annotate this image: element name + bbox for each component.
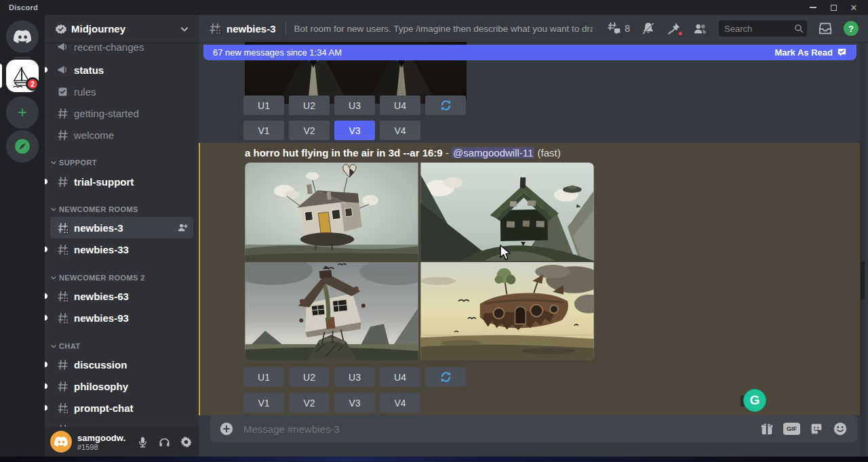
emoji-icon (833, 421, 848, 436)
section-chat[interactable]: CHAT (50, 338, 193, 354)
user-mention[interactable]: @samgoodwill-11 (452, 147, 534, 159)
section-newcomer-rooms-2[interactable]: NEWCOMER ROOMS 2 (50, 270, 193, 286)
notification-settings-button[interactable] (641, 21, 656, 36)
v2-button[interactable]: V2 (289, 393, 330, 413)
user-names[interactable]: samgoodw... #1598 (77, 433, 126, 451)
megaphone-icon (56, 63, 69, 77)
threads-button[interactable]: 8 (606, 21, 630, 36)
deafen-button[interactable] (157, 434, 172, 449)
inbox-icon (818, 21, 833, 36)
compass-icon (14, 138, 31, 155)
bell-slash-icon (641, 21, 656, 36)
generation-mode: (fast) (538, 147, 561, 159)
u2-button[interactable]: U2 (289, 367, 330, 387)
u3-button[interactable]: U3 (334, 96, 375, 115)
explore-servers-button[interactable] (6, 130, 39, 163)
chat-scrollbar[interactable] (860, 42, 865, 457)
help-button[interactable]: ? (844, 21, 859, 36)
v3-button[interactable]: V3 (334, 393, 375, 413)
reroll-button[interactable] (425, 367, 466, 387)
variation-button-row: V1 V2 V3 V4 (243, 393, 420, 413)
channel-newbies-93[interactable]: newbies-93 (50, 307, 193, 329)
grid-image-3[interactable] (245, 262, 418, 360)
prompt-text: a horro hut flying in the air in 3d --ar… (245, 147, 443, 159)
channel-topic[interactable]: Bot room for new users. Type /imagine th… (294, 24, 593, 34)
channel-newbies-3[interactable]: newbies-3 (50, 217, 193, 238)
chevron-down-icon (180, 24, 189, 34)
grammarly-widget[interactable]: G (743, 389, 768, 413)
u4-button[interactable]: U4 (380, 96, 420, 115)
attach-file-button[interactable] (219, 421, 234, 436)
v4-button[interactable]: V4 (380, 393, 420, 413)
grid-image-2[interactable] (420, 163, 594, 261)
section-newcomer-rooms[interactable]: NEWCOMER ROOMS (50, 201, 193, 217)
plus-icon: + (18, 103, 27, 122)
variation-button-row: V1 V2 V3 V4 (243, 121, 420, 140)
channel-sidebar: Midjourney recent-changes status rules g… (45, 15, 199, 457)
create-invite-icon[interactable] (177, 222, 188, 233)
message-input[interactable] (243, 423, 760, 435)
channel-prompt-chat[interactable]: prompt-chat (50, 397, 193, 419)
new-messages-bar[interactable]: 67 new messages since 1:34 AM Mark As Re… (203, 45, 856, 60)
hash-dots-icon (56, 243, 69, 256)
sticker-picker-button[interactable] (809, 421, 824, 436)
minimize-button[interactable] (803, 0, 823, 15)
channel-status[interactable]: status (50, 59, 193, 81)
u3-button[interactable]: U3 (334, 367, 375, 387)
scrollbar-thumb[interactable] (861, 261, 865, 299)
server-header[interactable]: Midjourney (45, 15, 199, 43)
v1-button[interactable]: V1 (243, 393, 284, 413)
u1-button[interactable]: U1 (243, 367, 284, 387)
gift-button[interactable] (760, 421, 774, 436)
user-avatar[interactable] (50, 431, 72, 453)
channel-clipped[interactable] (50, 419, 193, 427)
channel-recent-changes[interactable]: recent-changes (50, 43, 193, 58)
channel-discussion[interactable]: discussion (50, 354, 193, 375)
mute-microphone-button[interactable] (135, 434, 150, 449)
discord-window: Discord ✕ 2 + Midjourney (0, 0, 868, 462)
server-unread-badge: 2 (26, 77, 39, 91)
question-mark-icon: ? (848, 24, 854, 34)
discord-home-button[interactable] (6, 20, 39, 53)
u1-button[interactable]: U1 (243, 96, 284, 115)
add-server-button[interactable]: + (6, 96, 39, 129)
reroll-button[interactable] (425, 96, 466, 115)
channel-rules[interactable]: rules (50, 81, 193, 102)
u2-button[interactable]: U2 (289, 96, 330, 115)
mark-as-read-button[interactable]: Mark As Read (775, 47, 848, 58)
channel-trial-support[interactable]: trial-support (50, 171, 193, 192)
maximize-button[interactable] (823, 0, 844, 15)
plus-circle-icon (219, 421, 234, 436)
inbox-button[interactable] (818, 21, 833, 36)
v3-button[interactable]: V3 (334, 121, 375, 140)
discord-logo-icon (14, 28, 31, 45)
v1-button[interactable]: V1 (243, 121, 284, 140)
close-button[interactable]: ✕ (844, 0, 864, 15)
grid-image-4[interactable] (420, 262, 594, 360)
grid-image-1[interactable] (245, 163, 418, 261)
hash-icon (56, 379, 69, 393)
channel-philosophy[interactable]: philosophy (50, 375, 193, 397)
v4-button[interactable]: V4 (380, 121, 420, 140)
hash-dots-icon (56, 311, 69, 324)
image-grid[interactable] (245, 163, 594, 360)
pinned-messages-button[interactable] (667, 21, 682, 36)
hash-icon (56, 358, 69, 371)
chevron-down-icon (50, 206, 57, 213)
discord-logo-icon (54, 436, 68, 448)
gif-picker-button[interactable]: GIF (783, 423, 800, 435)
channel-getting-started[interactable]: getting-started (50, 102, 193, 124)
channel-welcome[interactable]: welcome (50, 124, 193, 146)
section-support[interactable]: SUPPORT (50, 154, 193, 171)
selected-server-pill (0, 64, 2, 88)
user-settings-button[interactable] (178, 434, 193, 449)
channel-hash-icon (208, 22, 222, 35)
channel-newbies-33[interactable]: newbies-33 (50, 238, 193, 260)
reroll-icon (439, 99, 452, 112)
emoji-picker-button[interactable] (833, 421, 848, 436)
v2-button[interactable]: V2 (289, 121, 330, 140)
channel-newbies-63[interactable]: newbies-63 (50, 285, 193, 307)
u4-button[interactable]: U4 (380, 367, 420, 387)
header-divider (285, 22, 286, 35)
member-list-button[interactable] (692, 21, 708, 37)
